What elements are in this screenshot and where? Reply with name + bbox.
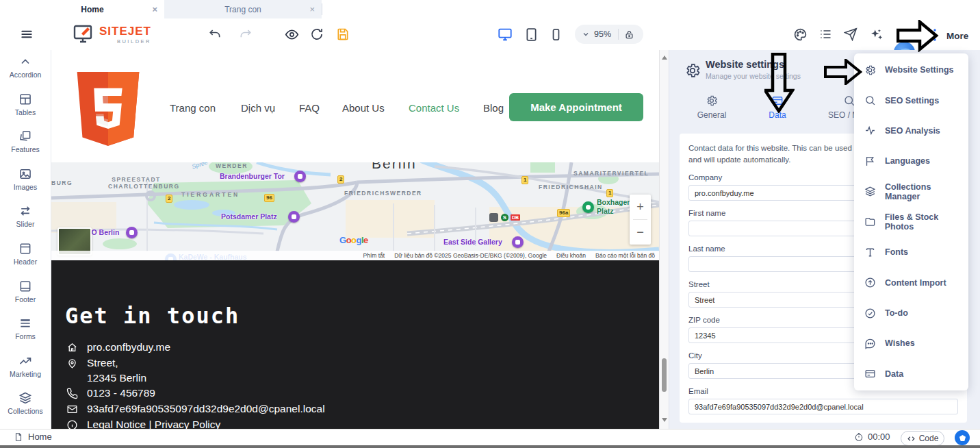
forms-icon xyxy=(18,316,32,330)
device-desktop-icon[interactable] xyxy=(498,27,513,42)
lock-icon[interactable] xyxy=(624,29,634,40)
preview-eye-icon[interactable] xyxy=(284,27,299,42)
menu-item-seo-settings[interactable]: SEO Settings xyxy=(854,85,968,115)
sitejet-builder-window: Home × Trang con × SITEJET BUILDER xyxy=(0,0,980,448)
sidebar-item-header[interactable]: Header xyxy=(0,242,51,277)
footer-legal-links[interactable]: Legal Notice | Privacy Policy xyxy=(87,419,220,429)
publish-send-icon[interactable] xyxy=(843,27,858,42)
menu-item-content-import[interactable]: Content Import xyxy=(854,268,968,298)
nav-link-contact-us[interactable]: Contact Us xyxy=(409,102,459,114)
nav-link-about-us[interactable]: About Us xyxy=(342,102,385,114)
footer-email[interactable]: 93afd7e69fa90535097dd32d9e2d0d@cpanel.lo… xyxy=(87,403,325,415)
menu-item-todo[interactable]: To-do xyxy=(854,298,968,328)
ai-sparkles-icon[interactable] xyxy=(868,27,884,42)
brand-subtitle: BUILDER xyxy=(99,38,151,45)
map-zoom-out-button[interactable]: − xyxy=(630,220,651,245)
panel-title: Website settings xyxy=(706,59,784,70)
sidebar-item-marketing[interactable]: Marketing xyxy=(0,354,51,389)
sidebar-item-forms[interactable]: Forms xyxy=(0,316,51,351)
nav-link-faq[interactable]: FAQ xyxy=(299,102,320,114)
zoom-control: 95% xyxy=(575,25,643,44)
poi-label[interactable]: Brandenburger Tor xyxy=(220,172,285,180)
poi-marker-east-side-gallery[interactable] xyxy=(512,236,524,248)
more-button[interactable]: More xyxy=(946,31,968,41)
poi-marker-potsdamer-platz[interactable] xyxy=(288,211,300,223)
footer-phone[interactable]: 0123 - 456789 xyxy=(87,387,155,399)
sidebar-item-footer[interactable]: Footer xyxy=(0,279,51,314)
hamburger-menu-icon[interactable] xyxy=(19,27,34,42)
sidebar-item-collections[interactable]: Collections xyxy=(0,391,51,426)
assistant-pin-button[interactable] xyxy=(955,430,970,445)
poi-label[interactable]: Potsdamer Platz xyxy=(221,212,277,221)
db-icon: DB xyxy=(511,214,520,221)
scrollbar-thumb[interactable] xyxy=(662,358,667,392)
make-appointment-button[interactable]: Make Appointment xyxy=(509,93,643,121)
poi-marker-brandenburger-tor[interactable] xyxy=(294,171,306,182)
chevron-down-icon[interactable] xyxy=(582,30,590,38)
menu-item-data[interactable]: Data xyxy=(854,359,968,389)
map-area-label: FRIEDRICHSHAIN xyxy=(539,184,603,190)
footer-block-icon xyxy=(18,279,32,293)
site-header: Trang con Dịch vụ FAQ About Us Contact U… xyxy=(51,50,659,162)
device-tablet-icon[interactable] xyxy=(524,27,539,42)
sidebar-item-features[interactable]: Features xyxy=(0,129,51,164)
zoom-level[interactable]: 95% xyxy=(594,29,611,39)
fonts-icon xyxy=(864,247,876,258)
poi-marker-boxhagener-platz[interactable] xyxy=(582,201,594,213)
close-icon[interactable]: × xyxy=(309,4,315,14)
sidebar-item-slider[interactable]: Slider xyxy=(0,204,51,239)
menu-item-website-settings[interactable]: Website Settings xyxy=(854,55,968,85)
google-logo[interactable]: Google xyxy=(339,235,368,245)
poi-marker-co-berlin[interactable] xyxy=(126,227,138,238)
envelope-icon xyxy=(66,403,78,415)
more-dropdown-menu: Website Settings SEO Settings SEO Analys… xyxy=(854,53,968,390)
close-icon[interactable]: × xyxy=(152,4,157,14)
contact-address-row2: 12345 Berlin xyxy=(87,372,146,384)
accordion-chevron-icon xyxy=(18,55,32,69)
email-field[interactable] xyxy=(688,399,958,414)
save-icon[interactable] xyxy=(335,27,350,42)
menu-item-files-stock-photos[interactable]: Files & Stock Photos xyxy=(854,207,968,237)
contact-legal-row: Legal Notice | Privacy Policy xyxy=(66,419,220,429)
nav-link-dich-vu[interactable]: Dịch vụ xyxy=(241,102,275,114)
checklist-icon[interactable] xyxy=(818,27,833,42)
menu-item-seo-analysis[interactable]: SEO Analysis xyxy=(854,116,968,146)
more-menu-dots-icon[interactable] xyxy=(932,28,938,42)
map-report-link[interactable]: Báo cáo một lỗi bản đồ xyxy=(595,252,655,259)
map-zoom-in-button[interactable]: + xyxy=(630,195,651,219)
map-terms-link[interactable]: Điều khoản xyxy=(556,252,586,259)
road-badge: 2 xyxy=(337,175,344,184)
road-badge: 2 xyxy=(166,195,172,203)
tab-data[interactable]: Data xyxy=(750,95,805,120)
tab-general[interactable]: General xyxy=(684,95,739,120)
code-button[interactable]: Code xyxy=(901,431,944,446)
brand-name: SITEJET xyxy=(99,25,151,38)
map-area-label: SPREESTADT CHARLOTTENBURG xyxy=(108,176,164,190)
panel-subtitle: Manage your website settings xyxy=(706,72,801,80)
nav-link-blog[interactable]: Blog xyxy=(483,102,504,114)
scroll-up-arrow[interactable] xyxy=(662,55,667,60)
page-tab-trang-con[interactable]: Trang con × xyxy=(164,0,322,18)
nav-link-trang-con[interactable]: Trang con xyxy=(170,102,216,114)
undo-icon[interactable] xyxy=(207,27,222,42)
sidebar-item-accordion[interactable]: Accordion xyxy=(0,55,51,90)
redo-icon[interactable] xyxy=(238,27,253,42)
gear-icon xyxy=(706,95,718,107)
menu-item-collections-manager[interactable]: Collections Manager xyxy=(854,176,968,206)
scroll-down-arrow[interactable] xyxy=(662,418,667,422)
design-palette-icon[interactable] xyxy=(792,27,808,42)
poi-label[interactable]: East Side Gallery xyxy=(443,238,502,246)
map-shortcuts-link[interactable]: Phím tắt xyxy=(363,252,385,259)
current-page-breadcrumb[interactable]: Home xyxy=(14,432,52,442)
menu-item-fonts[interactable]: Fonts xyxy=(854,237,968,267)
device-mobile-icon[interactable] xyxy=(548,27,563,42)
sidebar-item-tables[interactable]: Tables xyxy=(0,92,51,127)
menu-item-languages[interactable]: Languages xyxy=(854,146,968,176)
refresh-icon[interactable] xyxy=(309,27,324,42)
footer-website[interactable]: pro.confbyduy.me xyxy=(87,341,170,353)
page-tab-home[interactable]: Home × xyxy=(21,0,164,18)
menu-item-wishes[interactable]: Wishes xyxy=(854,328,968,358)
chat-bubble-icon xyxy=(864,338,876,349)
sidebar-item-images[interactable]: Images xyxy=(0,167,51,202)
google-map[interactable]: Berlin WERDER SPREESTADT CHARLOTTENBURG … xyxy=(51,162,659,260)
